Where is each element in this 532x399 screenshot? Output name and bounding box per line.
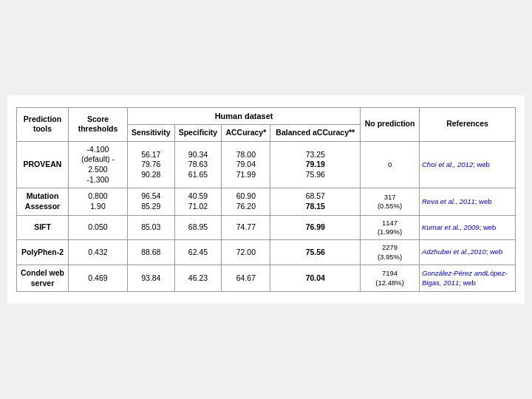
balanced-accuracy-value: 73.2579.1975.96 (270, 141, 361, 188)
balanced-accuracy-value: 76.99 (270, 215, 361, 240)
no-prediction-value: 2279 (3.95%) (361, 240, 420, 265)
reference-web-link[interactable]: web (463, 279, 475, 287)
balanced-accuracy-value: 70.04 (270, 265, 361, 291)
table-row: SIFT0.05085.0368.9574.7776.991147 (1.99%… (17, 215, 516, 240)
specificity-value: 68.95 (174, 215, 222, 240)
reference-cell[interactable]: Reva et al., 2011; web (420, 188, 516, 215)
sensitivity-value: 56.17 79.76 90.28 (128, 141, 175, 188)
balanced-accuracy-value: 75.56 (270, 240, 361, 265)
accuracy-value: 78.00 79.04 71.99 (222, 141, 270, 188)
tool-name: SIFT (17, 215, 69, 240)
no-prediction-value: 317 (0.55%) (361, 188, 420, 215)
table-row: PROVEAN-4.100 (default) - 2.500 -1.30056… (17, 141, 516, 188)
reference-cell[interactable]: Adzhubei et al.,2010; web (420, 240, 516, 265)
col-accuracy: ACCuracy* (222, 125, 270, 142)
reference-web-link[interactable]: web (490, 248, 502, 256)
tool-name: Condel web server (17, 265, 69, 291)
accuracy-value: 64.67 (222, 265, 270, 291)
table-row: Mutation Assessor0.800 1.9096.54 85.2940… (17, 188, 516, 215)
col-prediction-tools: Prediction tools (17, 107, 69, 141)
accuracy-value: 60.90 76.20 (222, 188, 270, 215)
score-threshold: 0.432 (69, 240, 128, 265)
no-prediction-value: 0 (361, 141, 420, 188)
col-score-thresholds: Score thresholds (69, 107, 128, 141)
tool-name: Mutation Assessor (17, 188, 69, 215)
col-balanced-accuracy: Balanced aCCuracy** (270, 125, 361, 142)
human-dataset-header: Human dataset (128, 107, 361, 124)
accuracy-value: 74.77 (222, 215, 270, 240)
sensitivity-value: 88.68 (128, 240, 175, 265)
score-threshold: 0.469 (69, 265, 128, 291)
tool-name: PROVEAN (17, 141, 69, 188)
table-row: PolyPhen-20.43288.6862.4572.0075.562279 … (17, 240, 516, 265)
score-threshold: 0.800 1.90 (69, 188, 128, 215)
col-no-prediction: No prediction (361, 107, 420, 141)
reference-cell[interactable]: Choi et al., 2012; web (420, 141, 516, 188)
reference-link[interactable]: Adzhubei et al.,2010 (422, 248, 486, 256)
sensitivity-value: 96.54 85.29 (128, 188, 175, 215)
reference-web-link[interactable]: web (483, 223, 496, 231)
tool-name: PolyPhen-2 (17, 240, 69, 265)
header-row-top: Prediction tools Score thresholds Human … (17, 107, 516, 124)
reference-link[interactable]: Reva et al., 2011 (422, 197, 475, 205)
reference-link[interactable]: Kumar et al., 2009 (422, 223, 480, 231)
reference-cell[interactable]: Kumar et al., 2009; web (420, 215, 516, 240)
reference-link[interactable]: Choi et al., 2012 (422, 160, 473, 168)
specificity-value: 90.34 78.63 61.65 (174, 141, 222, 188)
table-row: Condel web server0.46993.8446.2364.6770.… (17, 265, 516, 291)
col-references: References (420, 107, 516, 141)
reference-cell[interactable]: González-Pérez andLópez-Bigas, 2011; web (420, 265, 516, 291)
sensitivity-value: 85.03 (128, 215, 175, 240)
reference-web-link[interactable]: web (479, 197, 491, 205)
no-prediction-value: 1147 (1.99%) (361, 215, 420, 240)
col-specificity: Specificity (174, 125, 222, 142)
score-threshold: -4.100 (default) - 2.500 -1.300 (69, 141, 128, 188)
sensitivity-value: 93.84 (128, 265, 175, 291)
reference-web-link[interactable]: web (477, 160, 489, 168)
no-prediction-value: 7194 (12.48%) (361, 265, 420, 291)
accuracy-value: 72.00 (222, 240, 270, 265)
balanced-accuracy-value: 68.5778.15 (270, 188, 361, 215)
col-sensitivity: Sensitivity (128, 125, 175, 142)
specificity-value: 62.45 (174, 240, 222, 265)
specificity-value: 46.23 (174, 265, 222, 291)
score-threshold: 0.050 (69, 215, 128, 240)
specificity-value: 40.59 71.02 (174, 188, 222, 215)
